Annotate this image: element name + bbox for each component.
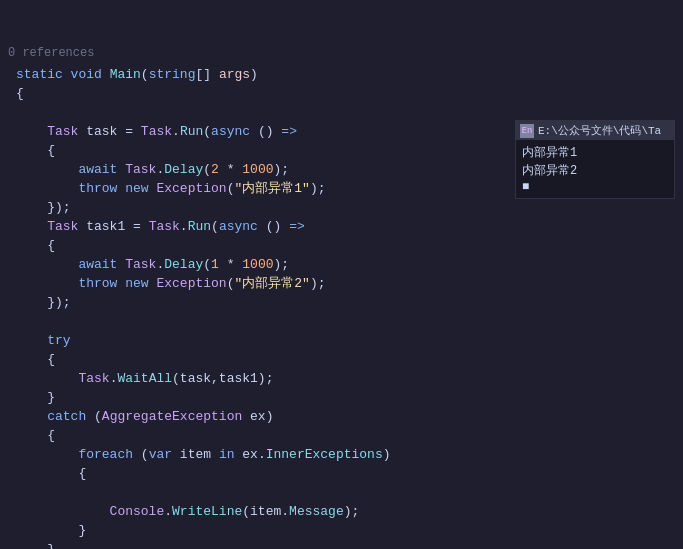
token: args: [219, 67, 250, 82]
token: void: [71, 67, 110, 82]
token: {: [16, 466, 86, 481]
code-line: [0, 483, 683, 502]
token: Run: [188, 219, 211, 234]
token: (): [250, 124, 281, 139]
token: {: [16, 238, 55, 253]
token: new: [125, 276, 156, 291]
code-text: [8, 483, 24, 502]
token: await: [16, 162, 125, 177]
token: Task: [16, 124, 86, 139]
code-line: });: [0, 198, 683, 217]
token: task1: [86, 219, 125, 234]
code-text: await Task.Delay(2 * 1000);: [8, 160, 289, 179]
code-text: {: [8, 426, 55, 445]
token: foreach: [16, 447, 141, 462]
token: ex: [250, 409, 266, 424]
token: );: [310, 181, 326, 196]
code-line: static void Main(string[] args): [0, 65, 683, 84]
token: await: [16, 257, 125, 272]
code-text: [8, 312, 24, 331]
token: Exception: [156, 276, 226, 291]
token: (: [203, 124, 211, 139]
popup-titlebar: En E:\公众号文件\代码\Ta: [516, 121, 674, 140]
token: in: [219, 447, 242, 462]
token: .: [172, 124, 180, 139]
token: Task: [141, 124, 172, 139]
code-text: {: [8, 350, 55, 369]
token: Delay: [164, 257, 203, 272]
popup-output-line1: 内部异常1: [522, 144, 668, 162]
popup-body: 内部异常1 内部异常2 ■: [516, 140, 674, 198]
token: Task: [125, 162, 156, 177]
token: (): [258, 219, 289, 234]
token: async: [219, 219, 258, 234]
code-line: {: [0, 236, 683, 255]
token: (: [203, 162, 211, 177]
token: Task: [16, 371, 110, 386]
popup-cursor: ■: [522, 180, 668, 194]
code-line: Console.WriteLine(item.Message);: [0, 502, 683, 521]
code-line: foreach (var item in ex.InnerExceptions): [0, 445, 683, 464]
token: AggregateException: [102, 409, 250, 424]
token: =>: [281, 124, 297, 139]
code-line: }: [0, 540, 683, 549]
token: "内部异常2": [234, 276, 309, 291]
code-text: {: [8, 141, 55, 160]
token: Run: [180, 124, 203, 139]
token: =: [117, 124, 140, 139]
token: );: [310, 276, 326, 291]
token: try: [16, 333, 71, 348]
code-text: [8, 103, 24, 122]
token: ): [383, 447, 391, 462]
token: Exception: [156, 181, 226, 196]
token: (: [203, 257, 211, 272]
token: (: [141, 67, 149, 82]
token: Message: [289, 504, 344, 519]
code-text: }: [8, 388, 55, 407]
token: ): [266, 409, 274, 424]
code-line: {: [0, 350, 683, 369]
code-text: {: [8, 84, 24, 103]
token: (: [211, 219, 219, 234]
token: {: [16, 143, 55, 158]
code-line: [0, 312, 683, 331]
code-text: Console.WriteLine(item.Message);: [8, 502, 359, 521]
code-text: static void Main(string[] args): [8, 65, 258, 84]
code-editor: 0 referencesstatic void Main(string[] ar…: [0, 0, 683, 549]
code-line: });: [0, 293, 683, 312]
token: item: [180, 447, 219, 462]
output-popup: En E:\公众号文件\代码\Ta 内部异常1 内部异常2 ■: [515, 120, 675, 199]
token: .: [164, 504, 172, 519]
token: "内部异常1": [234, 181, 309, 196]
token: =: [125, 219, 148, 234]
code-line: await Task.Delay(1 * 1000);: [0, 255, 683, 274]
code-text: {: [8, 236, 55, 255]
token: new: [125, 181, 156, 196]
token: 1: [211, 257, 219, 272]
code-text: catch (AggregateException ex): [8, 407, 273, 426]
token: ): [250, 67, 258, 82]
code-line: catch (AggregateException ex): [0, 407, 683, 426]
token: *: [219, 162, 242, 177]
code-line: Task task1 = Task.Run(async () =>: [0, 217, 683, 236]
token: (task,task1);: [172, 371, 273, 386]
token: task: [86, 124, 117, 139]
popup-icon: En: [520, 124, 534, 138]
code-text: Task.WaitAll(task,task1);: [8, 369, 273, 388]
code-line: {: [0, 84, 683, 103]
token: var: [149, 447, 180, 462]
token: (: [94, 409, 102, 424]
code-text: }: [8, 521, 86, 540]
code-text: await Task.Delay(1 * 1000);: [8, 255, 289, 274]
token: WaitAll: [117, 371, 172, 386]
references-label: 0 references: [0, 42, 683, 65]
token: []: [195, 67, 218, 82]
code-text: });: [8, 293, 71, 312]
token: throw: [16, 181, 125, 196]
token: 1000: [242, 162, 273, 177]
token: throw: [16, 276, 125, 291]
code-text: try: [8, 331, 71, 350]
code-text: Task task1 = Task.Run(async () =>: [8, 217, 305, 236]
token: Main: [110, 67, 141, 82]
code-line: try: [0, 331, 683, 350]
